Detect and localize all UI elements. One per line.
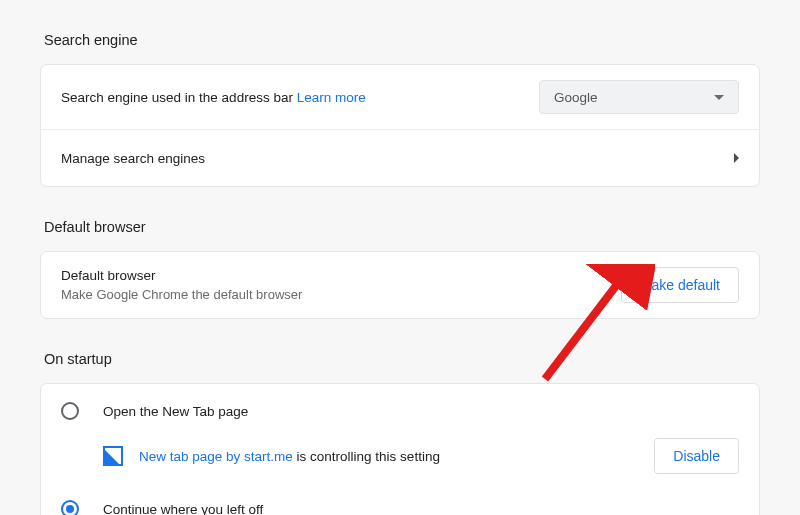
chevron-down-icon <box>714 95 724 100</box>
section-header-default-browser: Default browser <box>40 187 760 251</box>
card-default-browser: Default browser Make Google Chrome the d… <box>40 251 760 319</box>
disable-extension-button[interactable]: Disable <box>654 438 739 474</box>
chevron-right-icon <box>734 153 739 163</box>
card-search-engine: Search engine used in the address bar Le… <box>40 64 760 187</box>
radio-row-continue[interactable]: Continue where you left off <box>41 492 759 515</box>
radio-continue-label: Continue where you left off <box>103 502 263 516</box>
extension-text-wrap: New tab page by start.me is controlling … <box>139 449 654 464</box>
card-on-startup: Open the New Tab page New tab page by st… <box>40 383 760 515</box>
radio-new-tab-label: Open the New Tab page <box>103 404 248 419</box>
radio-row-new-tab[interactable]: Open the New Tab page <box>41 384 759 432</box>
dropdown-value: Google <box>554 90 598 105</box>
make-default-button[interactable]: Make default <box>621 267 739 303</box>
section-header-on-startup: On startup <box>40 319 760 383</box>
default-browser-title: Default browser <box>61 268 621 283</box>
row-manage-search-engines[interactable]: Manage search engines <box>41 130 759 186</box>
search-engine-dropdown[interactable]: Google <box>539 80 739 114</box>
extension-link[interactable]: New tab page by start.me <box>139 449 293 464</box>
learn-more-link[interactable]: Learn more <box>297 90 366 105</box>
default-browser-label-wrap: Default browser Make Google Chrome the d… <box>61 268 621 302</box>
radio-continue[interactable] <box>61 500 79 515</box>
manage-search-engines-label: Manage search engines <box>61 151 734 166</box>
row-search-engine-bar: Search engine used in the address bar Le… <box>41 65 759 130</box>
extension-notice-row: New tab page by start.me is controlling … <box>41 432 759 492</box>
section-header-search-engine: Search engine <box>40 0 760 64</box>
row-default-browser: Default browser Make Google Chrome the d… <box>41 252 759 318</box>
search-engine-label-wrap: Search engine used in the address bar Le… <box>61 90 539 105</box>
extension-icon <box>103 446 123 466</box>
search-engine-label: Search engine used in the address bar <box>61 90 293 105</box>
extension-suffix: is controlling this setting <box>293 449 440 464</box>
default-browser-sub: Make Google Chrome the default browser <box>61 287 621 302</box>
radio-new-tab[interactable] <box>61 402 79 420</box>
